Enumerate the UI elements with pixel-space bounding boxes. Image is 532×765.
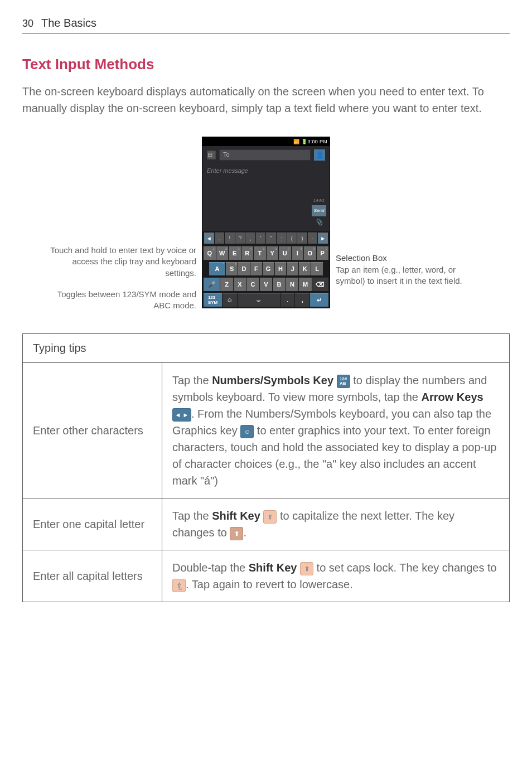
keyboard-row-1: 1Q2W3E4R5T6Y7U8I9O0P [202,245,330,261]
phone-mock: 📶 🔋 3:00 PM ⊞ To 👤 Enter message 144/1 S… [202,137,330,308]
status-time: 3:00 PM [307,139,327,144]
right-annotations: Selection Box Tap an item (e.g., letter,… [336,158,486,287]
row-desc-all-capital: Double-tap the Shift Key ⇧ to set caps l… [162,550,510,602]
left-annotations: Touch and hold to enter text by voice or… [46,133,196,311]
typing-tips-table: Typing tips Enter other characters Tap t… [22,333,510,602]
key-w[interactable]: 2W [216,246,229,260]
row-label-one-capital: Enter one capital letter [23,498,162,550]
graphics-key-icon: ☺ [240,425,254,438]
key-o[interactable]: 9O [304,246,316,260]
key-y[interactable]: 6Y [267,246,279,260]
selection-key[interactable]: . [215,233,225,244]
enter-key[interactable]: ↵ [310,293,328,307]
key-h[interactable]: H [275,262,287,275]
key-c[interactable]: C [246,278,259,291]
caps-lock-icon: ⇧̲ [172,579,186,592]
numbers-symbols-key-icon: 12#AB [337,375,350,388]
intro-paragraph: The on-screen keyboard displays automati… [22,83,510,117]
annotation-selection-box-title: Selection Box [336,253,486,264]
shift-key-icon: ⇧ [263,510,277,524]
send-button[interactable]: Send [312,205,326,216]
keyboard-row-4: 123SYM ☺ ⌣ . , ↵ [202,292,330,308]
selection-key[interactable]: ◄ [204,233,214,244]
avatar-icon[interactable]: 👤 [314,149,325,161]
key-j[interactable]: J [287,262,298,275]
row-desc-enter-other: Tap the Numbers/Symbols Key 12#AB to dis… [162,363,510,498]
key-a[interactable]: *A [209,262,225,275]
arrow-keys-icon: ◄ ► [172,408,191,422]
status-signal-icon: 📶 🔋 [293,139,307,144]
selection-key[interactable]: ( [287,233,297,244]
sym-key[interactable]: 123SYM [204,293,222,307]
selection-key[interactable]: ► [318,233,328,244]
mic-key[interactable]: 🎤 [204,278,220,291]
selection-key[interactable]: ' [256,233,266,244]
row-label-enter-other: Enter other characters [23,363,162,498]
section-title: The Basics [41,17,96,30]
heading-text-input-methods: Text Input Methods [22,56,510,73]
selection-box-row: ◄.!?,'":()-► [202,231,330,245]
page-header: 30 The Basics [22,17,510,33]
key-p[interactable]: 0P [317,246,329,260]
key-d[interactable]: D [238,262,250,275]
to-input[interactable]: To [219,149,311,161]
key-l[interactable]: L [311,262,323,275]
annotation-voice-clip: Touch and hold to enter text by voice or… [46,245,196,279]
key-t[interactable]: 5T [254,246,266,260]
annotation-toggle-mode: Toggles between 123/SYM mode and ABC mod… [46,289,196,312]
key-k[interactable]: K [299,262,311,275]
key-e[interactable]: 3E [229,246,241,260]
selection-key[interactable]: ) [297,233,307,244]
shift-key-icon: ⇧ [300,562,313,575]
shift-active-icon: ⬆ [230,527,243,540]
space-key[interactable]: ⌣ [238,293,280,307]
key-i[interactable]: 8I [292,246,304,260]
compose-icon: ⊞ [207,151,216,159]
selection-key[interactable]: , [245,233,255,244]
comma-key[interactable]: , [295,293,309,307]
key-x[interactable]: X [234,278,246,291]
key-b[interactable]: B [273,278,286,291]
key-v[interactable]: V [260,278,273,291]
key-r[interactable]: 4R [241,246,254,260]
message-placeholder: Enter message [207,167,248,174]
annotation-selection-box-desc: Tap an item (e.g., letter, word, or symb… [336,264,486,287]
key-f[interactable]: F [250,262,262,275]
period-key[interactable]: . [280,293,294,307]
selection-key[interactable]: ! [225,233,235,244]
key-m[interactable]: M [299,278,312,291]
emoji-key[interactable]: ☺ [223,293,236,307]
key-u[interactable]: 7U [279,246,291,260]
selection-key[interactable]: " [266,233,276,244]
table-row: Enter one capital letter Tap the Shift K… [23,498,510,550]
page-number: 30 [22,18,33,30]
table-row: Enter all capital letters Double-tap the… [23,550,510,602]
key-z[interactable]: Z [220,278,233,291]
keyboard-row-2: *A $SDFGHJKL [202,261,330,277]
table-row: Enter other characters Tap the Numbers/S… [23,363,510,498]
table-header: Typing tips [23,334,510,363]
compose-to-row: ⊞ To 👤 [202,146,330,164]
selection-key[interactable]: ? [235,233,245,244]
row-desc-one-capital: Tap the Shift Key ⇧ to capitalize the ne… [162,498,510,550]
selection-key[interactable]: - [308,233,318,244]
key-g[interactable]: G [263,262,274,275]
backspace-key[interactable]: ⌫ [312,278,328,291]
char-count: 144/1 [313,198,325,203]
keyboard-diagram: Touch and hold to enter text by voice or… [22,133,510,311]
row-label-all-capital: Enter all capital letters [23,550,162,602]
key-n[interactable]: N [286,278,299,291]
keyboard-row-3: 🎤 ZXCVBNM⌫ [202,277,330,292]
message-area[interactable]: Enter message 144/1 Send 📎 [202,164,330,231]
attach-icon[interactable]: 📎 [315,219,323,227]
key-q[interactable]: 1Q [204,246,216,260]
phone-status-bar: 📶 🔋 3:00 PM [202,137,330,146]
key-s[interactable]: $S [226,262,238,275]
selection-key[interactable]: : [277,233,287,244]
